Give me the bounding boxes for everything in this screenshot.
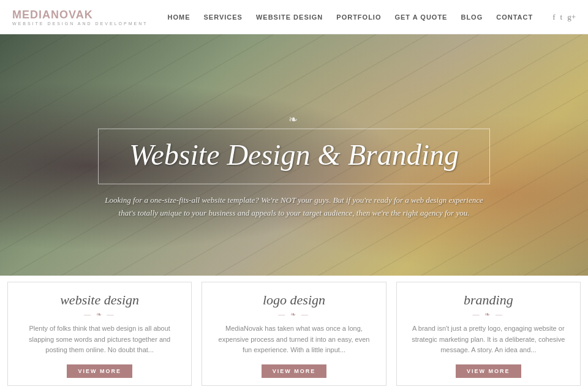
logo-novak: NOVAK [51, 9, 93, 21]
card-ornament-2: — ❧ — [473, 311, 505, 318]
facebook-icon[interactable]: f [552, 12, 555, 22]
hero-section: ❧ Website Design & Branding Looking for … [0, 34, 588, 298]
hero-ornament: ❧ [98, 113, 490, 126]
cards-section: website design — ❧ — Plenty of folks thi… [0, 276, 588, 392]
card-title-1: logo design [263, 292, 325, 308]
card-2: branding — ❧ — A brand isn't just a pret… [396, 282, 581, 386]
nav-portfolio[interactable]: PORTFOLIO [336, 13, 381, 21]
card-viewmore-button-2[interactable]: VIEW MORE [456, 364, 521, 378]
card-title-0: website design [60, 292, 139, 308]
card-text-1: MediaNovak has taken what was once a lon… [214, 323, 373, 358]
card-text-2: A brand isn't just a pretty logo, engagi… [409, 323, 568, 358]
card-1: logo design — ❧ — MediaNovak has taken w… [202, 282, 386, 386]
card-text-0: Plenty of folks think that web design is… [20, 323, 179, 358]
logo-media: MEDIA [12, 9, 51, 21]
logo[interactable]: MEDIANOVAK WEBSITE DESIGN AND DEVELOPMEN… [12, 9, 148, 26]
hero-content: ❧ Website Design & Branding Looking for … [98, 113, 490, 219]
card-0: website design — ❧ — Plenty of folks thi… [7, 282, 192, 386]
card-title-2: branding [464, 292, 513, 308]
googleplus-icon[interactable]: g+ [567, 12, 576, 22]
hero-subtitle: Looking for a one-size-fits-all website … [98, 194, 490, 220]
social-icons: f t g+ [552, 12, 576, 22]
card-viewmore-button-1[interactable]: VIEW MORE [262, 364, 327, 378]
nav-blog[interactable]: BLOG [461, 13, 483, 21]
card-ornament-1: — ❧ — [278, 311, 310, 318]
nav-website-design[interactable]: WEBSITE DESIGN [256, 13, 323, 21]
hero-title: Website Design & Branding [118, 139, 470, 172]
nav-contact[interactable]: CONTACT [496, 13, 533, 21]
card-viewmore-button-0[interactable]: VIEW MORE [67, 364, 132, 378]
nav-services[interactable]: SERVICES [204, 13, 243, 21]
header: MEDIANOVAK WEBSITE DESIGN AND DEVELOPMEN… [0, 0, 588, 34]
logo-text: MEDIANOVAK [12, 9, 148, 21]
main-nav: HOME SERVICES WEBSITE DESIGN PORTFOLIO G… [168, 12, 576, 22]
hero-title-box: Website Design & Branding [98, 129, 490, 184]
logo-tagline: WEBSITE DESIGN AND DEVELOPMENT [12, 21, 148, 26]
nav-home[interactable]: HOME [168, 13, 190, 21]
twitter-icon[interactable]: t [560, 12, 563, 22]
card-ornament-0: — ❧ — [84, 311, 116, 318]
nav-get-a-quote[interactable]: GET A QUOTE [394, 13, 447, 21]
